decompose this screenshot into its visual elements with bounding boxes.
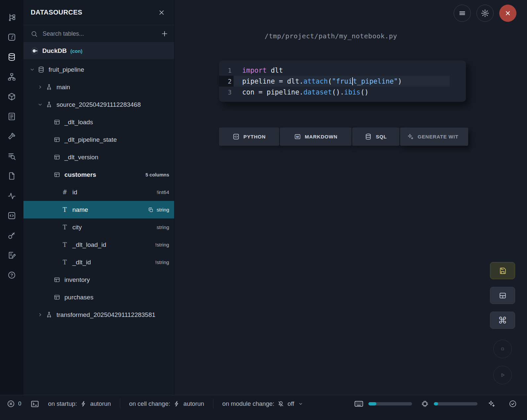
add-cell-generate-wit-button[interactable]: GENERATE WIT <box>400 128 468 146</box>
tree-item-meta: string <box>157 224 169 230</box>
chevron-spacer <box>44 276 52 284</box>
add-cell-label: GENERATE WIT <box>418 134 458 139</box>
gear-icon <box>481 9 489 18</box>
function-icon[interactable]: f <box>4 27 19 47</box>
setting-label: on cell change: <box>129 400 170 407</box>
chevron-down-icon[interactable] <box>28 66 36 74</box>
add-cell-label: MARKDOWN <box>305 134 338 139</box>
tools-icon[interactable] <box>4 126 19 146</box>
status-setting-on-startup[interactable]: on startup:autorun <box>45 399 120 409</box>
tree-item-meta: !string <box>155 259 169 265</box>
database-icon <box>36 66 46 73</box>
tree-item-label: purchases <box>64 294 94 301</box>
interrupt-button[interactable] <box>493 340 512 358</box>
save-button[interactable] <box>490 262 515 279</box>
secrets-icon[interactable] <box>4 225 19 245</box>
tree-item-meta: !int64 <box>157 189 169 195</box>
terminal-button[interactable] <box>30 400 39 408</box>
chevron-right-icon[interactable] <box>36 83 44 91</box>
tree-item-id[interactable]: #id!int64 <box>23 183 174 201</box>
connection-header[interactable]: DuckDB (con) <box>23 43 174 59</box>
code-line-2[interactable]: 2pipeline = dlt.attach("fruit_pipeline") <box>219 76 466 87</box>
schema-icon <box>44 311 54 318</box>
chevron-down-icon[interactable] <box>36 101 44 109</box>
status-setting-on-module-change[interactable]: on module change:off <box>213 399 313 409</box>
add-cell-python-button[interactable]: PYTHON <box>219 128 279 146</box>
close-panel-button[interactable] <box>155 6 168 19</box>
status-bar: 0 on startup:autorunon cell change:autor… <box>0 395 527 420</box>
tree-item-transformed_202504291112283581[interactable]: transformed_202504291112283581 <box>23 306 174 324</box>
chevron-spacer <box>52 188 60 196</box>
activity-rail: f? <box>0 0 23 395</box>
menu-button[interactable] <box>454 5 471 22</box>
bolt-icon <box>80 401 87 407</box>
packages-icon[interactable] <box>4 87 19 106</box>
chevron-spacer <box>52 241 60 249</box>
outline-tree-icon[interactable] <box>4 7 19 27</box>
table-icon <box>52 154 62 161</box>
tree-item-inventory[interactable]: inventory <box>23 271 174 288</box>
code-text: con = pipeline.dataset().ibis() <box>234 87 450 97</box>
chevron-spacer <box>52 206 60 214</box>
tree-item-_dlt_pipeline_state[interactable]: _dlt_pipeline_state <box>23 131 174 148</box>
connection-alias: (con) <box>70 48 83 54</box>
tree-item-_dlt_id[interactable]: T_dlt_id!string <box>23 253 174 271</box>
settings-button[interactable] <box>476 5 494 22</box>
code-line-3[interactable]: 3con = pipeline.dataset().ibis() <box>219 87 466 97</box>
stop-icon <box>499 346 506 352</box>
tree-item-fruit_pipeline[interactable]: fruit_pipeline <box>23 61 174 78</box>
tree-item-purchases[interactable]: purchases <box>23 288 174 306</box>
search-tables-input[interactable] <box>38 30 155 37</box>
panel-title: DATASOURCES <box>31 9 82 16</box>
layout-button[interactable] <box>490 287 515 304</box>
tree-item-_dlt_version[interactable]: _dlt_version <box>23 148 174 166</box>
chevron-right-icon[interactable] <box>36 311 44 319</box>
tree-item-main[interactable]: main <box>23 78 174 96</box>
add-connection-button[interactable] <box>155 25 174 42</box>
documentation-icon[interactable] <box>4 106 19 126</box>
code-line-1[interactable]: 1import dlt <box>219 65 466 76</box>
tree-item-city[interactable]: Tcitystring <box>23 218 174 236</box>
tree-item-_dlt_loads[interactable]: _dlt_loads <box>23 113 174 131</box>
tracing-icon[interactable] <box>4 186 19 206</box>
connection-engine: DuckDB <box>42 47 67 55</box>
keyboard-delay-slider[interactable] <box>368 402 412 405</box>
line-number: 3 <box>219 87 234 97</box>
tree-item-name[interactable]: Tnamestring <box>23 201 174 218</box>
text-type-icon: T <box>60 242 70 248</box>
tree-item-label: _dlt_loads <box>64 119 93 126</box>
run-button[interactable] <box>493 366 512 384</box>
cpu-chip-icon <box>421 400 429 408</box>
tree-item-_dlt_load_id[interactable]: T_dlt_load_id!string <box>23 236 174 253</box>
command-icon: ⌘ <box>498 316 507 325</box>
copy-icon[interactable] <box>148 207 154 213</box>
tree-item-label: main <box>56 84 70 91</box>
help-icon[interactable]: ? <box>4 265 19 285</box>
setting-label: on module change: <box>222 400 274 407</box>
scratchpad-icon[interactable] <box>4 245 19 265</box>
chevron-spacer <box>44 153 52 161</box>
tree-item-customers[interactable]: customers5 columns <box>23 166 174 183</box>
cpu-slider[interactable] <box>434 402 477 405</box>
status-setting-on-cell-change[interactable]: on cell change:autorun <box>120 399 213 409</box>
keyboard-shortcuts-button[interactable]: ⌘ <box>490 312 515 329</box>
svg-text:?: ? <box>10 273 13 278</box>
int-type-icon: # <box>60 189 70 195</box>
close-icon <box>504 9 512 17</box>
table-icon <box>52 119 62 126</box>
dependency-graph-icon[interactable] <box>4 67 19 87</box>
logs-icon[interactable] <box>4 146 19 166</box>
shutdown-button[interactable] <box>499 5 516 22</box>
error-count[interactable]: 0 <box>7 400 21 408</box>
add-cell-markdown-button[interactable]: MMARKDOWN <box>280 128 352 146</box>
code-cell[interactable]: 1import dlt2pipeline = dlt.attach("fruit… <box>219 60 466 102</box>
tree-item-source_202504291112283468[interactable]: source_202504291112283468 <box>23 96 174 113</box>
files-icon[interactable] <box>4 166 19 186</box>
table-icon <box>52 171 62 178</box>
notebook-filepath: /tmp/project/path/my_notebook.py <box>174 32 487 40</box>
table-icon <box>52 276 62 283</box>
snippets-icon[interactable] <box>4 206 19 225</box>
add-cell-sql-button[interactable]: SQL <box>352 128 399 146</box>
ai-assist-button[interactable] <box>487 400 495 408</box>
datasources-icon[interactable] <box>4 47 19 67</box>
